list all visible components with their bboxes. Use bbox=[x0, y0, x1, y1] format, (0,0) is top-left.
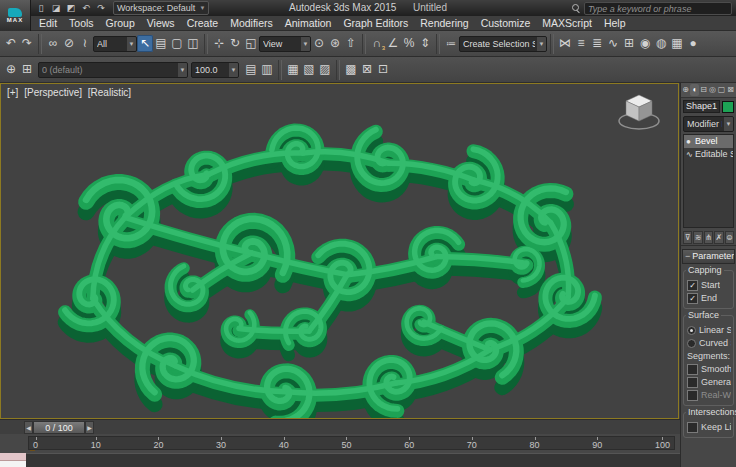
linear-sides-row[interactable]: Linear Sides bbox=[686, 324, 731, 336]
layer-properties-button[interactable]: ▤ bbox=[243, 61, 259, 78]
selection-region-button[interactable]: ▢ bbox=[169, 35, 185, 52]
snaps-toggle[interactable]: ∩ 3 bbox=[369, 35, 385, 52]
smooth-across-levels-checkbox[interactable] bbox=[687, 364, 698, 375]
curve-editor-button[interactable]: ∿ bbox=[605, 35, 621, 52]
remove-modifier-button[interactable]: ✗ bbox=[714, 231, 723, 244]
view-cube[interactable] bbox=[616, 90, 662, 134]
undo-button[interactable]: ↶ bbox=[3, 35, 19, 52]
keep-lines-row[interactable]: Keep Lines From Crossing bbox=[686, 421, 731, 433]
new-scene-icon[interactable]: ▯ bbox=[34, 2, 48, 14]
viewport-menu-pov[interactable]: [Perspective] bbox=[24, 87, 82, 98]
track-bar-ruler[interactable]: 0102030405060708090100 bbox=[28, 436, 675, 450]
material-editor-button[interactable]: ◉ bbox=[637, 35, 653, 52]
time-slider-handle[interactable]: 0 / 100 bbox=[33, 421, 85, 434]
tab-create-icon[interactable]: ⊕ bbox=[681, 84, 690, 96]
render-setup-button[interactable]: ◍ bbox=[653, 35, 669, 52]
percent-snap-toggle[interactable]: % bbox=[401, 35, 417, 52]
select-and-link-button[interactable]: ∞ bbox=[45, 35, 61, 52]
stack-item-bevel[interactable]: ●Bevel bbox=[684, 135, 733, 148]
layer-manager-button[interactable]: ≣ bbox=[589, 35, 605, 52]
configure-modifier-sets-button[interactable]: ⊜ bbox=[725, 231, 734, 244]
unlink-selection-button[interactable]: ⊘ bbox=[61, 35, 77, 52]
selection-filter-dropdown[interactable]: All ▼ bbox=[93, 36, 137, 52]
green-scroll-ornament-object[interactable] bbox=[1, 84, 673, 418]
menu-rendering[interactable]: Rendering bbox=[414, 17, 474, 29]
menu-views[interactable]: Views bbox=[141, 17, 181, 29]
menu-help[interactable]: Help bbox=[598, 17, 632, 29]
select-object-button[interactable]: ↖ bbox=[137, 35, 153, 52]
quick-undo-icon[interactable]: ↶ bbox=[79, 2, 93, 14]
save-file-icon[interactable]: ◩ bbox=[64, 2, 78, 14]
menu-customize[interactable]: Customize bbox=[475, 17, 537, 29]
rendered-frame-window-button[interactable]: ▦ bbox=[669, 35, 685, 52]
open-file-icon[interactable]: ◪ bbox=[49, 2, 63, 14]
generate-mapping-row[interactable]: Generate Mapping Coords. bbox=[686, 376, 731, 388]
viewport-menu-general[interactable]: [+] bbox=[7, 87, 18, 98]
layer-list-button[interactable]: ▩ bbox=[343, 61, 359, 78]
edit-named-selection-sets-button[interactable]: ≔ bbox=[443, 35, 459, 52]
use-pivot-point-button[interactable]: ⊙ bbox=[311, 35, 327, 52]
bind-to-space-warp-button[interactable]: ≀ bbox=[77, 35, 93, 52]
mirror-button[interactable]: ⋈ bbox=[557, 35, 573, 52]
curved-sides-row[interactable]: Curved Sides bbox=[686, 337, 731, 349]
menu-edit[interactable]: Edit bbox=[33, 17, 63, 29]
linear-sides-radio[interactable] bbox=[687, 326, 696, 335]
mini-listener-script-row[interactable] bbox=[0, 461, 26, 467]
add-selection-to-layer-button[interactable]: ⊞ bbox=[19, 61, 35, 78]
menu-modifiers[interactable]: Modifiers bbox=[224, 17, 279, 29]
tab-display-icon[interactable]: ▢ bbox=[717, 84, 726, 96]
keep-lines-checkbox[interactable] bbox=[687, 422, 698, 433]
set-current-layer-button[interactable]: ▨ bbox=[317, 61, 333, 78]
show-end-result-button[interactable]: ≋ bbox=[693, 231, 702, 244]
redo-button[interactable]: ↷ bbox=[19, 35, 35, 52]
time-slider-track[interactable]: ◀ 0 / 100 ▶ bbox=[0, 419, 680, 435]
quick-redo-icon[interactable]: ↷ bbox=[94, 2, 108, 14]
freeze-layer-button[interactable]: ▦ bbox=[285, 61, 301, 78]
cap-start-row[interactable]: ✓ Start bbox=[686, 279, 731, 291]
workspace-selector[interactable]: Workspace: Default ▼ bbox=[113, 1, 209, 15]
spinner-snap-toggle[interactable]: ⇕ bbox=[417, 35, 433, 52]
make-unique-button[interactable]: ⋔ bbox=[704, 231, 713, 244]
tab-modify-icon[interactable]: ◖ bbox=[690, 84, 699, 96]
perspective-viewport[interactable]: [+] [Perspective] [Realistic] bbox=[0, 83, 679, 419]
tab-motion-icon[interactable]: ◎ bbox=[708, 84, 717, 96]
stack-item-editable-spline[interactable]: ∿Editable Spline bbox=[684, 148, 733, 161]
smooth-across-levels-row[interactable]: Smooth Across Levels bbox=[686, 363, 731, 375]
reference-coordinate-system-dropdown[interactable]: View ▼ bbox=[259, 36, 311, 52]
window-crossing-toggle[interactable]: ◫ bbox=[185, 35, 201, 52]
maxscript-mini-listener[interactable] bbox=[0, 453, 26, 467]
modifier-stack[interactable]: ●Bevel∿Editable Spline bbox=[683, 134, 734, 228]
layer-settings-button[interactable]: ⊡ bbox=[375, 61, 391, 78]
pin-stack-button[interactable]: ⊽ bbox=[683, 231, 692, 244]
menu-tools[interactable]: Tools bbox=[63, 17, 100, 29]
real-world-map-checkbox[interactable] bbox=[687, 390, 698, 401]
select-and-manipulate-button[interactable]: ⊛ bbox=[327, 35, 343, 52]
parameters-rollout-header[interactable]: −Parameters bbox=[682, 249, 735, 264]
tab-hierarchy-icon[interactable]: ⊟ bbox=[699, 84, 708, 96]
align-button[interactable]: ≡ bbox=[573, 35, 589, 52]
percent-value-dropdown[interactable]: 100.0 ▼ bbox=[191, 62, 239, 78]
next-frame-button[interactable]: ▶ bbox=[85, 421, 94, 434]
cap-end-row[interactable]: ✓ End bbox=[686, 292, 731, 304]
object-name-field[interactable]: Shape1 bbox=[683, 100, 720, 113]
curved-sides-radio[interactable] bbox=[687, 339, 696, 348]
hide-layer-button[interactable]: ▥ bbox=[259, 61, 275, 78]
cap-start-checkbox[interactable]: ✓ bbox=[687, 280, 698, 291]
viewport-menu-shading[interactable]: [Realistic] bbox=[88, 87, 131, 98]
track-bar[interactable]: 0102030405060708090100 bbox=[0, 434, 680, 453]
select-by-name-button[interactable]: ▤ bbox=[153, 35, 169, 52]
select-layer-objects-button[interactable]: ▧ bbox=[301, 61, 317, 78]
angle-snap-toggle[interactable]: ∠ bbox=[385, 35, 401, 52]
select-and-rotate-button[interactable]: ↻ bbox=[227, 35, 243, 52]
mini-listener-macro-row[interactable] bbox=[0, 453, 26, 461]
previous-frame-button[interactable]: ◀ bbox=[24, 421, 33, 434]
layer-render-button[interactable]: ⊠ bbox=[359, 61, 375, 78]
menu-create[interactable]: Create bbox=[181, 17, 225, 29]
create-new-layer-button[interactable]: ⊕ bbox=[3, 61, 19, 78]
menu-maxscript[interactable]: MAXScript bbox=[536, 17, 598, 29]
render-production-button[interactable]: ● bbox=[685, 35, 701, 52]
generate-mapping-checkbox[interactable] bbox=[687, 377, 698, 388]
tab-utilities-icon[interactable]: ⊠ bbox=[726, 84, 735, 96]
menu-group[interactable]: Group bbox=[100, 17, 141, 29]
application-menu-button[interactable]: MAX bbox=[0, 0, 31, 31]
